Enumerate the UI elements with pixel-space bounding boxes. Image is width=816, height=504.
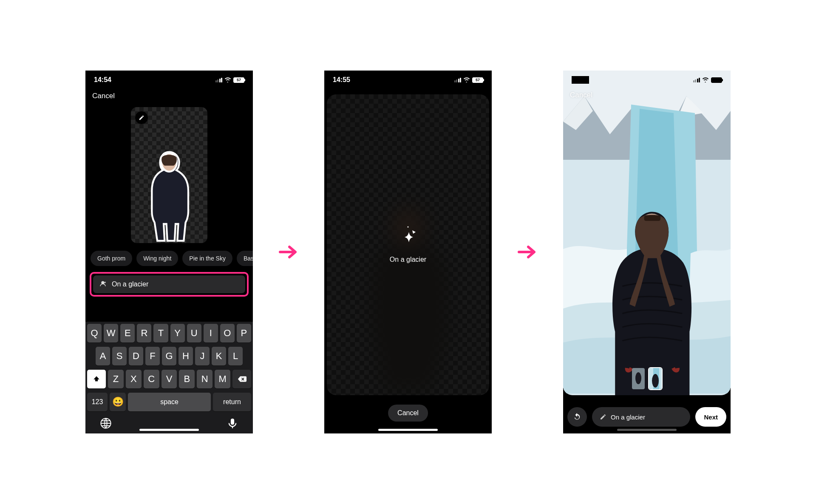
key-d[interactable]: D [129,347,143,365]
variant-thumbnails [631,367,663,390]
cancel-button[interactable]: Cancel [85,89,253,100]
keyboard-footer [87,411,251,431]
key-s[interactable]: S [112,347,127,365]
key-emoji[interactable]: 😀 [110,393,126,411]
loading-indicator: On a glacier [390,226,426,263]
loading-canvas: On a glacier [327,94,489,395]
key-w[interactable]: W [104,324,118,343]
key-k[interactable]: K [212,347,226,365]
key-r[interactable]: R [137,324,151,343]
prompt-text: On a glacier [112,280,239,288]
key-f[interactable]: F [145,347,160,365]
variant-thumbnail-active[interactable] [648,367,663,390]
backspace-icon [237,375,246,383]
flow-arrow [517,244,538,260]
result-canvas: 14:56 53 Cancel [563,71,731,395]
key-backspace[interactable] [232,370,251,388]
key-g[interactable]: G [162,347,176,365]
edit-button[interactable] [135,111,148,124]
sparkle-icon [395,226,421,247]
cellular-icon [693,78,700,82]
key-i[interactable]: I [204,324,218,343]
status-time: 14:54 [94,76,111,84]
keyboard-row-1: Q W E R T Y U I O P [87,324,251,343]
key-b[interactable]: B [179,370,195,388]
key-x[interactable]: X [126,370,142,388]
phone-screen-2: 14:55 57 On a glacier Cancel [324,71,492,433]
suggestions-row: Goth prom Wing night Pie in the Sky Bask… [85,251,253,266]
variant-thumbnail[interactable] [631,367,646,390]
svg-point-2 [407,227,408,228]
reload-icon [572,412,582,422]
subject-cutout [142,147,197,243]
cancel-button[interactable]: Cancel [388,405,428,422]
key-m[interactable]: M [215,370,230,388]
key-numbers[interactable]: 123 [87,393,108,411]
battery-icon: 57 [472,77,483,83]
suggestion-chip[interactable]: Goth prom [91,251,132,266]
key-return[interactable]: return [213,393,251,411]
key-n[interactable]: N [197,370,212,388]
pencil-icon [139,115,144,121]
svg-point-13 [635,372,641,384]
status-indicators: 57 [215,77,245,83]
status-time: 14:56 [572,76,589,84]
key-space[interactable]: space [128,393,211,411]
key-a[interactable]: A [96,347,110,365]
next-button[interactable]: Next [695,407,726,427]
svg-point-16 [652,374,659,388]
suggestion-chip[interactable]: Basket [237,251,253,266]
suggestion-chip[interactable]: Wing night [136,251,178,266]
key-v[interactable]: V [162,370,177,388]
mic-icon[interactable] [227,417,238,429]
prompt-text: On a glacier [611,413,645,421]
prompt-pill[interactable]: On a glacier [592,407,690,427]
keyboard: Q W E R T Y U I O P A S D F G H J K L Z … [85,322,253,433]
key-l[interactable]: L [228,347,243,365]
loading-label: On a glacier [390,256,426,263]
keyboard-row-3: Z X C V B N M [87,370,251,388]
pencil-icon [600,413,606,420]
key-c[interactable]: C [144,370,159,388]
phone-screen-3: 14:56 53 Cancel [563,71,731,433]
bottom-action-bar: On a glacier Next [567,407,726,427]
home-indicator[interactable] [378,429,438,431]
status-bar: 14:54 57 [85,71,253,89]
regenerate-button[interactable] [567,407,587,427]
backdrop-change-icon [99,280,107,288]
key-q[interactable]: Q [87,324,102,343]
highlighted-input-area: On a glacier [90,272,249,297]
cancel-button[interactable]: Cancel [570,91,592,99]
subject-blurred [348,195,468,395]
key-p[interactable]: P [237,324,251,343]
keyboard-row-2: A S D F G H J K L [87,347,251,365]
wifi-icon [463,77,470,82]
key-y[interactable]: Y [170,324,185,343]
key-h[interactable]: H [178,347,193,365]
svg-rect-11 [644,215,660,221]
keyboard-row-4: 123 😀 space return [87,393,251,411]
shift-icon [93,375,100,383]
key-e[interactable]: E [120,324,135,343]
suggestion-chip[interactable]: Pie in the Sky [182,251,232,266]
key-j[interactable]: J [195,347,210,365]
status-bar: 14:55 57 [324,71,492,89]
key-o[interactable]: O [220,324,235,343]
cellular-icon [215,78,223,82]
key-shift[interactable] [87,370,106,388]
key-u[interactable]: U [187,324,201,343]
key-t[interactable]: T [153,324,168,343]
phone-screen-1: 14:54 57 Cancel Goth prom Wing night Pie… [85,71,253,433]
globe-icon[interactable] [100,417,112,429]
battery-icon: 57 [233,77,244,83]
wifi-icon [224,77,231,82]
home-indicator[interactable] [139,429,199,431]
status-time: 14:55 [333,76,350,84]
flow-arrow [278,244,299,260]
status-indicators: 53 [693,77,722,83]
prompt-input[interactable]: On a glacier [93,275,245,293]
key-z[interactable]: Z [108,370,124,388]
wifi-icon [702,77,709,82]
battery-icon: 53 [711,77,722,83]
home-indicator[interactable] [617,429,677,431]
